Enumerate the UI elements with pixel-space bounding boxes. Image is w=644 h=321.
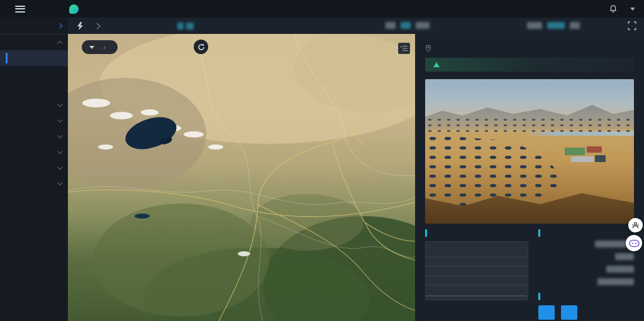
redacted-stats-group [527, 22, 580, 29]
chevron-right-icon [94, 23, 101, 29]
redacted-value [186, 23, 194, 30]
inverter-list-button[interactable] [561, 305, 577, 320]
redacted-value [606, 266, 634, 273]
legend-swatch-irradiance [465, 245, 470, 249]
redacted-value [547, 22, 565, 29]
chevron-down-icon [57, 117, 62, 122]
chevron-down-icon [57, 149, 62, 154]
section-accent-bar [425, 229, 427, 237]
map-breadcrumb[interactable]: › [82, 40, 118, 54]
overview-row [538, 276, 634, 287]
chevron-down-icon [57, 180, 62, 185]
station-photo [425, 79, 634, 224]
map-layers-button[interactable] [398, 43, 410, 54]
sidebar-item-station-list[interactable] [0, 66, 68, 82]
user-menu-caret-icon[interactable] [630, 8, 635, 11]
layers-icon [401, 45, 408, 52]
redacted-value [570, 22, 580, 29]
chevron-down-icon [57, 102, 62, 107]
daily-overview-section [538, 229, 634, 320]
station-detail-panel [415, 34, 644, 321]
sidebar-item-performance-board[interactable] [0, 82, 68, 97]
station-coordinates [425, 45, 634, 52]
notification-bell-icon[interactable] [609, 4, 618, 13]
service-person-icon [631, 221, 640, 229]
menu-icon[interactable] [15, 6, 25, 13]
section-accent-bar [538, 293, 540, 300]
section-accent-bar [538, 229, 540, 237]
chevron-up-icon [57, 41, 62, 46]
map-toolbar [68, 18, 644, 34]
overview-row [538, 239, 634, 249]
brand-logo [69, 4, 85, 14]
customer-service-button[interactable] [628, 218, 643, 232]
status-triangle-icon [433, 62, 440, 67]
fullscreen-icon[interactable] [628, 21, 636, 30]
chart-canvas [426, 243, 526, 300]
lightning-icon [77, 22, 84, 30]
sidebar-item-data-reports[interactable] [0, 160, 68, 176]
chevron-down-icon [57, 165, 62, 170]
redacted-value [401, 22, 411, 29]
sidebar-item-alarm-service[interactable] [0, 113, 68, 129]
sidebar-item-central-monitoring[interactable] [0, 35, 68, 50]
refresh-icon [197, 43, 205, 51]
station-total-value [177, 23, 194, 30]
redacted-value [177, 23, 184, 30]
satellite-map[interactable]: › [68, 34, 415, 321]
status-bar [425, 58, 634, 72]
redacted-stats-group [386, 22, 430, 29]
realtime-power-section [425, 229, 528, 320]
station-monitoring-button[interactable] [538, 305, 555, 320]
redacted-value [416, 22, 430, 29]
logo-icon [69, 4, 79, 14]
redacted-value [386, 22, 396, 29]
redacted-value [615, 253, 634, 260]
map-refresh-button[interactable] [194, 40, 208, 54]
robot-face-icon [629, 239, 640, 248]
top-header [0, 0, 644, 18]
sidebar-item-station-management[interactable] [0, 176, 68, 192]
redacted-value [597, 278, 634, 285]
legend-power[interactable] [481, 245, 488, 249]
sidebar-nav [0, 18, 68, 321]
chat-robot-button[interactable] [626, 235, 642, 251]
location-pin-icon [425, 45, 431, 52]
chevron-down-icon [57, 133, 62, 138]
photo-haze [425, 79, 634, 224]
legend-irradiance[interactable] [465, 245, 472, 249]
map-marker-layer [68, 34, 415, 321]
sidebar-item-control-screen[interactable] [0, 50, 68, 66]
overview-row [538, 251, 634, 262]
breadcrumb-caret-icon [89, 46, 94, 49]
realtime-power-chart [425, 241, 528, 300]
sidebar-item-comprehensive-reports[interactable] [0, 144, 68, 160]
sidebar-item-analysis-tools[interactable] [0, 129, 68, 144]
breadcrumb-separator: › [103, 43, 106, 51]
sidebar-item-smart-control[interactable] [0, 18, 68, 35]
redacted-value [527, 22, 542, 29]
overview-row [538, 264, 634, 275]
chevron-right-icon [57, 23, 62, 28]
legend-swatch-power [481, 245, 486, 249]
sidebar-item-station-monitoring[interactable] [0, 97, 68, 113]
